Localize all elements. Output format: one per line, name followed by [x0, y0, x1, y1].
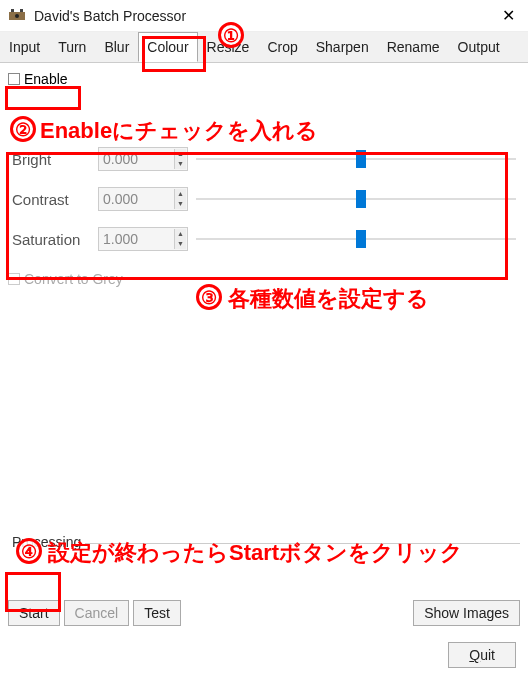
svg-point-3	[15, 14, 19, 18]
convert-grey-row: Convert to Grey	[8, 271, 520, 287]
tab-body: Enable Bright 0.000 ▲▼ Contrast 0.000 ▲▼	[0, 63, 528, 295]
tab-turn[interactable]: Turn	[49, 32, 95, 62]
enable-label: Enable	[24, 71, 68, 87]
contrast-spin-arrows[interactable]: ▲▼	[174, 189, 186, 209]
bright-label: Bright	[12, 151, 98, 168]
bright-spin-arrows[interactable]: ▲▼	[174, 149, 186, 169]
cancel-button[interactable]: Cancel	[64, 600, 130, 626]
tab-output[interactable]: Output	[449, 32, 509, 62]
test-button[interactable]: Test	[133, 600, 181, 626]
show-images-button[interactable]: Show Images	[413, 600, 520, 626]
bright-slider-thumb	[356, 150, 366, 168]
saturation-slider-thumb	[356, 230, 366, 248]
tab-blur[interactable]: Blur	[95, 32, 138, 62]
tab-resize[interactable]: Resize	[198, 32, 259, 62]
contrast-slider-thumb	[356, 190, 366, 208]
close-button[interactable]: ✕	[488, 0, 528, 32]
tab-crop[interactable]: Crop	[258, 32, 306, 62]
quit-button[interactable]: Quit	[448, 642, 516, 668]
svg-rect-2	[20, 9, 23, 12]
processing-group: Processing Start Cancel Test Show Images	[8, 543, 520, 626]
saturation-label: Saturation	[12, 231, 98, 248]
tab-colour[interactable]: Colour	[138, 32, 197, 62]
contrast-slider[interactable]	[196, 189, 516, 209]
window-title: David's Batch Processor	[34, 8, 520, 24]
saturation-spin[interactable]: 1.000 ▲▼	[98, 227, 188, 251]
saturation-spin-arrows[interactable]: ▲▼	[174, 229, 186, 249]
convert-grey-checkbox	[8, 273, 20, 285]
saturation-slider[interactable]	[196, 229, 516, 249]
tab-rename[interactable]: Rename	[378, 32, 449, 62]
bright-spin[interactable]: 0.000 ▲▼	[98, 147, 188, 171]
tab-input[interactable]: Input	[0, 32, 49, 62]
enable-checkbox[interactable]	[8, 73, 20, 85]
tabs: Input Turn Blur Colour Resize Crop Sharp…	[0, 32, 528, 63]
start-button[interactable]: Start	[8, 600, 60, 626]
bright-slider[interactable]	[196, 149, 516, 169]
convert-grey-label: Convert to Grey	[24, 271, 123, 287]
titlebar: David's Batch Processor ✕	[0, 0, 528, 32]
tab-sharpen[interactable]: Sharpen	[307, 32, 378, 62]
contrast-label: Contrast	[12, 191, 98, 208]
svg-rect-1	[11, 9, 14, 12]
processing-label: Processing	[8, 534, 85, 550]
colour-params: Bright 0.000 ▲▼ Contrast 0.000 ▲▼ Satura…	[8, 131, 520, 267]
contrast-spin[interactable]: 0.000 ▲▼	[98, 187, 188, 211]
app-icon	[8, 7, 26, 25]
